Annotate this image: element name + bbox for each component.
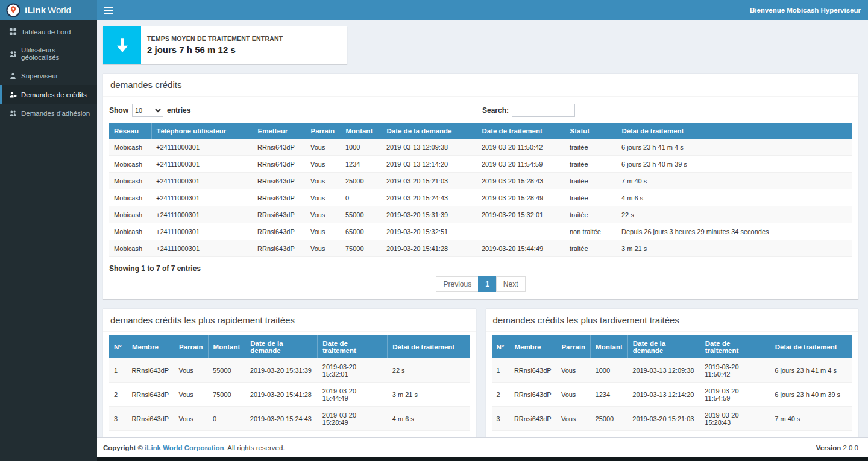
table-cell: 2019-03-20 15:31:39	[245, 358, 318, 383]
table-cell: RRnsi643dP	[127, 407, 174, 431]
table-cell: Vous	[556, 383, 591, 407]
stat-box-avg-processing-time: TEMPS MOYEN DE TRAITEMENT ENTRANT 2 jour…	[103, 26, 347, 64]
table-cell: Depuis 26 jours 3 heures 29 minutes 34 s…	[617, 223, 852, 240]
column-header[interactable]: Réseau	[109, 123, 151, 139]
footer-copyright: Copyright © iLink World Corporation. All…	[103, 444, 285, 451]
column-header[interactable]: Statut	[565, 123, 617, 139]
table-cell: 6 jours 23 h 40 m 39 s	[770, 383, 852, 407]
table-cell: traitée	[565, 173, 617, 189]
table-cell: 2019-03-20 15:21:03	[382, 173, 477, 189]
table-cell: 4 m 6 s	[617, 189, 852, 206]
table-cell: Vous	[306, 139, 341, 156]
column-header: Délai de traitement	[388, 335, 470, 358]
column-header[interactable]: Montant	[341, 123, 382, 139]
panel-title-slowest: demandes crédits les plus tardivement tr…	[493, 315, 852, 325]
table-cell: Mobicash	[109, 206, 151, 223]
table-cell: 1000	[341, 139, 382, 156]
table-cell: 2019-03-20 15:28:49	[477, 189, 565, 206]
table-cell: 2019-03-20 15:28:43	[700, 407, 770, 431]
column-header[interactable]: Date de traitement	[477, 123, 565, 139]
table-cell: Mobicash	[109, 173, 151, 189]
table-cell: 55000	[341, 206, 382, 223]
fastest-processed-panel: demandes crédits les plus rapidement tra…	[103, 308, 476, 457]
table-cell: RRnsi643dP	[253, 139, 306, 156]
sidebar-item-membership-requests[interactable]: Demandes d'adhésion	[0, 104, 97, 122]
main-header: iLinkWorld Bienvenue Mobicash Hyperviseu…	[0, 0, 868, 20]
app-logo-area[interactable]: iLinkWorld	[0, 0, 97, 20]
table-cell	[477, 223, 565, 240]
table-info-text: Showing 1 to 7 of 7 entries	[109, 264, 852, 273]
table-cell: +24111000301	[151, 156, 253, 173]
table-row: Mobicash+24111000301RRnsi643dPVous02019-…	[109, 189, 852, 206]
table-cell: Vous	[174, 358, 208, 383]
table-cell: +24111000301	[151, 189, 253, 206]
page-length-select[interactable]: 10	[132, 104, 163, 117]
page: iLinkWorld Bienvenue Mobicash Hyperviseu…	[0, 0, 868, 461]
table-cell: 3	[492, 407, 509, 431]
down-arrow-icon	[113, 36, 131, 54]
table-cell: 1	[492, 358, 509, 383]
column-header: Membre	[127, 335, 174, 358]
table-cell: Mobicash	[109, 223, 151, 240]
table-row: 2RRnsi643dPVous12342019-03-13 12:14:2020…	[492, 383, 853, 407]
sidebar-menu: Tableau de bord Utilisateurs géolocalisé…	[0, 20, 97, 122]
table-cell: +24111000301	[151, 173, 253, 189]
table-row: 1RRnsi643dPVous550002019-03-20 15:31:392…	[109, 358, 470, 383]
sidebar-item-geolocated-users[interactable]: Utilisateurs géolocalisés	[0, 41, 97, 66]
column-header[interactable]: Délai de traitement	[617, 123, 852, 139]
table-cell: Mobicash	[109, 156, 151, 173]
credit-requests-icon	[9, 91, 17, 98]
content-wrapper: TEMPS MOYEN DE TRAITEMENT ENTRANT 2 jour…	[97, 20, 868, 457]
column-header[interactable]: Date de la demande	[382, 123, 477, 139]
sidebar-item-label: Utilisateurs géolocalisés	[21, 46, 91, 61]
table-cell: 22 s	[388, 358, 470, 383]
table-cell: RRnsi643dP	[127, 358, 174, 383]
sidebar-item-supervisor[interactable]: Superviseur	[0, 66, 97, 85]
pagination-next-button[interactable]: Next	[496, 276, 526, 292]
table-row: 3RRnsi643dPVous250002019-03-20 15:21:032…	[492, 407, 853, 431]
table-cell: 2019-03-20 15:24:43	[382, 189, 477, 206]
membership-requests-icon	[9, 109, 17, 117]
pagination-page-1-button[interactable]: 1	[478, 276, 497, 292]
column-header: Parrain	[174, 335, 208, 358]
credit-requests-panel: demandes crédits Show 10 entries Search:	[103, 73, 858, 299]
search-input[interactable]	[512, 104, 575, 117]
welcome-user-text: Bienvenue Mobicash Hyperviseur	[743, 7, 868, 14]
table-cell: 75000	[208, 383, 245, 407]
stat-icon-box	[103, 26, 141, 64]
sidebar-item-credit-requests[interactable]: Demandes de crédits	[0, 85, 97, 104]
column-header: N°	[109, 335, 127, 358]
show-label: Show	[109, 106, 128, 115]
table-cell: Vous	[174, 407, 208, 431]
table-cell: 6 jours 23 h 41 m 4 s	[770, 358, 852, 383]
sidebar-toggle-button[interactable]	[97, 0, 120, 20]
column-header: Date de traitement	[318, 335, 388, 358]
search-label: Search:	[482, 106, 509, 115]
column-header[interactable]: Téléphone utilisateur	[151, 123, 253, 139]
table-cell: 7 m 40 s	[617, 173, 852, 189]
sidebar-item-label: Tableau de bord	[21, 28, 71, 36]
table-cell: RRnsi643dP	[127, 383, 174, 407]
table-cell: RRnsi643dP	[253, 240, 306, 257]
sidebar-item-dashboard[interactable]: Tableau de bord	[0, 22, 97, 41]
table-row: 1RRnsi643dPVous10002019-03-13 12:09:3820…	[492, 358, 853, 383]
table-cell: Mobicash	[109, 139, 151, 156]
table-cell: 2019-03-13 12:09:38	[627, 358, 700, 383]
table-cell: RRnsi643dP	[509, 383, 556, 407]
table-cell: 2019-03-20 15:41:28	[245, 383, 318, 407]
table-cell: Vous	[306, 223, 341, 240]
table-cell: 2019-03-20 15:32:01	[318, 358, 388, 383]
table-cell: 3	[109, 407, 127, 431]
column-header[interactable]: Parrain	[306, 123, 341, 139]
table-cell: Vous	[556, 358, 591, 383]
brand-name-bold: iLink	[25, 5, 46, 15]
table-cell: 25000	[341, 173, 382, 189]
footer-company-link[interactable]: iLink World Corporation	[145, 444, 224, 451]
brand-name-regular: World	[48, 5, 71, 15]
credit-requests-table: RéseauTéléphone utilisateurEmetteurParra…	[109, 123, 852, 257]
main-footer: Copyright © iLink World Corporation. All…	[97, 437, 868, 457]
column-header[interactable]: Emetteur	[253, 123, 306, 139]
table-row: Mobicash+24111000301RRnsi643dPVous123420…	[109, 156, 852, 173]
pagination-previous-button[interactable]: Previous	[436, 276, 479, 292]
column-header: Délai de traitement	[770, 335, 852, 358]
